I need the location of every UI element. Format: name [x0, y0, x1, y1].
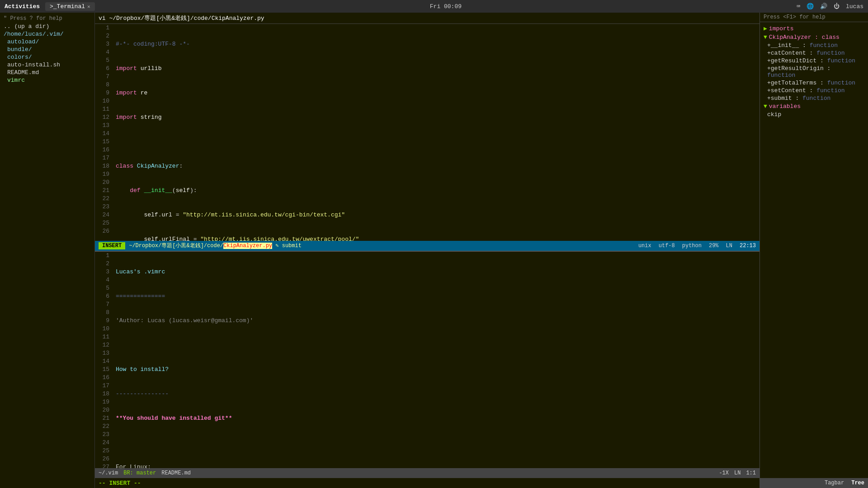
- readme-line: [116, 439, 760, 447]
- top-code-area: 1 2 3 4 5 6 7 8 9 10 11 12 13 14 15 16 1: [95, 24, 760, 241]
- top-editor-pane[interactable]: 1 2 3 4 5 6 7 8 9 10 11 12 13 14 15 16 1: [95, 24, 760, 252]
- status-position: 22:13: [740, 243, 756, 249]
- bottom-status-branch: BR: master: [123, 470, 156, 476]
- topbar-time: Fri 00:09: [430, 3, 462, 10]
- tagbar-item-ckip[interactable]: ckip: [760, 111, 868, 118]
- tagbar-content: ▶imports ▼CkipAnalyzer : class +__init__…: [760, 22, 868, 478]
- bottom-status-pos: 1:1: [746, 470, 756, 476]
- topbar-left: Activities >_Terminal ✕: [5, 2, 95, 11]
- readme-line: How to install?: [116, 366, 760, 374]
- code-line: self.url = "http://mt.iis.sinica.edu.tw/…: [116, 211, 760, 219]
- tagbar-section-imports[interactable]: ▶imports: [760, 24, 868, 33]
- keyboard-icon[interactable]: ⌨: [797, 3, 800, 10]
- vim-mode-line: -- INSERT --: [95, 478, 760, 488]
- close-terminal-button[interactable]: ✕: [87, 4, 90, 9]
- tagbar-item-catcontent[interactable]: +catContent : function: [760, 49, 868, 57]
- bottom-code-area: 1 2 3 4 5 6 7 8 9 10 11 12 13 14 15 16 1: [95, 252, 760, 469]
- readme-line: Lucas's .vimrc: [116, 268, 760, 276]
- status-python: python: [682, 243, 702, 249]
- status-percent: 29%: [709, 243, 719, 249]
- bottom-status-bar: ~/.vim BR: master README.md -1X LN 1:1: [95, 468, 760, 478]
- vim-insert-label: -- INSERT --: [99, 480, 141, 487]
- editor-area: vi ~/Dropbox/専題[小黒&老銭]/code/CkipAnalyzer…: [95, 13, 760, 488]
- code-line: import re: [116, 89, 760, 97]
- sidebar-item-readme[interactable]: README.md: [0, 69, 94, 76]
- topbar-right: ⌨ 🌐 🔊 ⏻ lucas: [797, 3, 863, 10]
- arrow-icon: ▼: [764, 34, 767, 41]
- top-status-bar: INSERT ~/Dropbox/専題[小黒&老銭]/code/CkipAnal…: [95, 241, 760, 251]
- readme-line: **You should have installed git**: [116, 414, 760, 422]
- bottom-status-path: ~/.vim: [99, 470, 118, 476]
- activities-button[interactable]: Activities: [5, 3, 40, 10]
- file-tree-sidebar: " Press ? for help .. (up a dir) /home/l…: [0, 13, 95, 488]
- sidebar-item-bundle[interactable]: bundle/: [0, 46, 94, 53]
- tagbar-panel: Press <F1> for help ▶imports ▼CkipAnalyz…: [760, 13, 868, 488]
- tagbar-item-init[interactable]: +__init__ : function: [760, 42, 868, 49]
- status-right: unix utf-8 python 29% LN 22:13: [638, 243, 756, 249]
- sidebar-item-colors[interactable]: colors/: [0, 53, 94, 61]
- user-label: lucas: [846, 3, 863, 10]
- tagbar-item-getresultdict[interactable]: +getResultDict : function: [760, 57, 868, 65]
- status-utf: utf-8: [659, 243, 675, 249]
- power-icon[interactable]: ⏻: [834, 3, 840, 10]
- sidebar-item-vimrc[interactable]: vimrc: [0, 76, 94, 84]
- insert-mode-badge: INSERT: [99, 242, 125, 249]
- volume-icon[interactable]: 🔊: [820, 3, 827, 10]
- readme-line: ==============: [116, 292, 760, 300]
- readme-line: [116, 341, 760, 349]
- code-line: #-*- coding:UTF-8 -*-: [116, 40, 760, 48]
- tagbar-section-ckipanalyzer[interactable]: ▼CkipAnalyzer : class: [760, 33, 868, 42]
- tagbar-item-getresultorigin[interactable]: +getResultOrigin : function: [760, 65, 868, 79]
- tagbar-item-gettotalterms[interactable]: +getTotalTerms : function: [760, 79, 868, 87]
- code-line: import string: [116, 113, 760, 122]
- bottom-status-file: README.md: [161, 470, 191, 476]
- tagbar-tab-tree[interactable]: Tree: [851, 480, 864, 486]
- code-line: import urllib: [116, 65, 760, 73]
- status-ln: LN: [726, 243, 732, 249]
- code-line: class CkipAnalyzer:: [116, 162, 760, 170]
- bottom-status-ln: LN: [734, 470, 741, 476]
- bottom-editor-pane[interactable]: 1 2 3 4 5 6 7 8 9 10 11 12 13 14 15 16 1: [95, 252, 760, 479]
- readme-line: 'Author: Lucas (lucas.weisr@gmail.com)': [116, 317, 760, 325]
- top-line-numbers: 1 2 3 4 5 6 7 8 9 10 11 12 13 14 15 16 1: [95, 24, 112, 241]
- sidebar-item-cwd[interactable]: /home/lucas/.vim/: [0, 30, 94, 38]
- editor-titlebar: vi ~/Dropbox/専題[小黒&老銭]/code/CkipAnalyzer…: [95, 13, 760, 24]
- topbar: Activities >_Terminal ✕ Fri 00:09 ⌨ 🌐 🔊 …: [0, 0, 868, 13]
- sidebar-item-updir[interactable]: .. (up a dir): [0, 23, 94, 30]
- arrow-icon: ▶: [764, 25, 767, 32]
- tagbar-section-variables[interactable]: ▼variables: [760, 102, 868, 111]
- code-line: def __init__(self):: [116, 187, 760, 195]
- terminal-tab-label: >_Terminal: [50, 3, 85, 10]
- sidebar-item-autoload[interactable]: autoload/: [0, 38, 94, 46]
- main-content: " Press ? for help .. (up a dir) /home/l…: [0, 13, 868, 488]
- tagbar-hint: Press <F1> for help: [760, 13, 868, 22]
- bottom-status-right: -1X: [719, 470, 729, 476]
- tagbar-item-submit[interactable]: +submit : function: [760, 94, 868, 102]
- top-code-content[interactable]: #-*- coding:UTF-8 -*- import urllib impo…: [112, 24, 760, 241]
- bottom-line-numbers: 1 2 3 4 5 6 7 8 9 10 11 12 13 14 15 16 1: [95, 252, 112, 469]
- code-line: [116, 138, 760, 146]
- tagbar-item-setcontent[interactable]: +setContent : function: [760, 87, 868, 94]
- code-line: self.urlFinal = "http://mt.iis.sinica.ed…: [116, 235, 760, 241]
- globe-icon[interactable]: 🌐: [807, 3, 814, 10]
- tagbar-bottom: Tagbar Tree: [760, 478, 868, 488]
- readme-line: For Linux:: [116, 463, 760, 469]
- status-unix: unix: [638, 243, 651, 249]
- status-filepath: ~/Dropbox/専題[小黒&老銭]/code/CkipAnalyzer.py…: [129, 242, 302, 249]
- readme-line: ---------------: [116, 390, 760, 398]
- sidebar-hint: " Press ? for help: [0, 14, 94, 23]
- tagbar-tab-tagbar[interactable]: Tagbar: [825, 480, 844, 486]
- terminal-tab[interactable]: >_Terminal ✕: [45, 2, 95, 11]
- sidebar-item-autoinstall[interactable]: auto-install.sh: [0, 61, 94, 69]
- arrow-icon: ▼: [764, 103, 767, 110]
- bottom-code-content[interactable]: Lucas's .vimrc ============== 'Author: L…: [112, 252, 760, 469]
